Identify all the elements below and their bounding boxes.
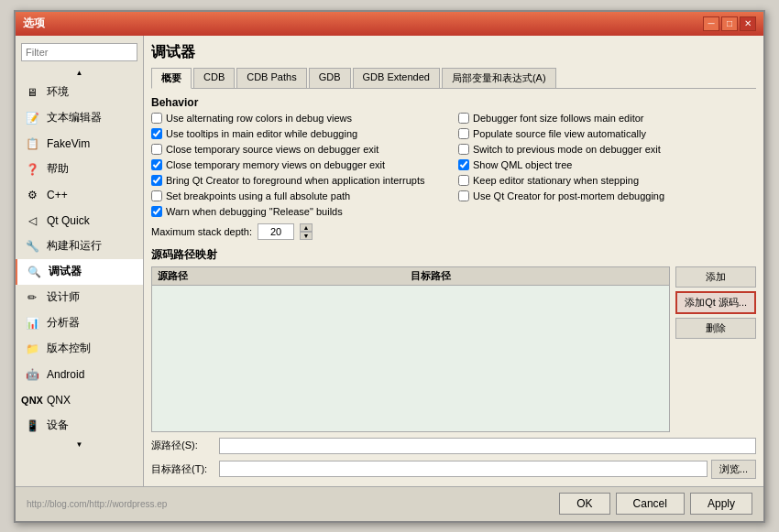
- target-path-input[interactable]: [219, 461, 708, 477]
- tab-cdb[interactable]: CDB: [193, 68, 235, 88]
- checkbox-row-close-source: Close temporary source views on debugger…: [151, 144, 449, 155]
- tab-cdb-paths[interactable]: CDB Paths: [236, 68, 306, 88]
- cpp-icon: ⚙: [23, 186, 41, 204]
- sidebar-item-fakevim[interactable]: 📋 FakeVim: [16, 131, 143, 157]
- checkbox-absolute-path[interactable]: [151, 190, 162, 201]
- sidebar-item-label: 调试器: [49, 264, 82, 279]
- options-window: 选项 ─ □ ✕ ▲ 🖥 环境 📝 文本编辑器: [14, 10, 765, 523]
- stack-depth-spinner: ▲ ▼: [300, 223, 313, 240]
- checkbox-label-close-memory: Close temporary memory views on debugger…: [166, 159, 385, 170]
- scroll-down-button[interactable]: ▼: [16, 439, 143, 451]
- qtquick-icon: ◁: [23, 212, 41, 230]
- filter-input[interactable]: [21, 43, 137, 61]
- sidebar-item-label: 构建和运行: [47, 238, 102, 254]
- checkbox-label-show-qml: Show QML object tree: [473, 159, 572, 170]
- add-button[interactable]: 添加: [675, 266, 756, 288]
- checkbox-row-keep-editor: Keep editor stationary when stepping: [458, 175, 756, 186]
- checkbox-row-close-memory: Close temporary memory views on debugger…: [151, 159, 449, 170]
- checkbox-label-close-source: Close temporary source views on debugger…: [166, 144, 379, 155]
- source-path-input[interactable]: [219, 438, 756, 454]
- sidebar-item-qtquick[interactable]: ◁ Qt Quick: [16, 208, 143, 233]
- sidebar-item-cpp[interactable]: ⚙ C++: [16, 182, 143, 208]
- sidebar-item-help[interactable]: ❓ 帮助: [16, 157, 143, 182]
- checkbox-row-row-colors: Use alternating row colors in debug view…: [151, 113, 449, 124]
- target-path-row: 目标路径(T): 浏览...: [151, 460, 756, 479]
- tab-gdb[interactable]: GDB: [309, 68, 351, 88]
- window-title: 选项: [23, 16, 45, 31]
- sidebar-item-label: QNX: [47, 394, 71, 407]
- ok-button[interactable]: OK: [559, 493, 609, 515]
- target-path-label: 目标路径(T):: [151, 462, 215, 476]
- checkbox-label-keep-editor: Keep editor stationary when stepping: [473, 175, 639, 186]
- editor-icon: 📝: [23, 109, 41, 127]
- source-map-content: 源路径 目标路径 添加 添加Qt 源码... 删除: [151, 266, 756, 432]
- checkbox-show-qml[interactable]: [458, 159, 469, 170]
- maximize-button[interactable]: □: [721, 16, 738, 31]
- sidebar-item-build[interactable]: 🔧 构建和运行: [16, 233, 143, 259]
- version-icon: 📁: [23, 340, 41, 358]
- designer-icon: ✏: [23, 288, 41, 307]
- sidebar-item-label: 设计师: [47, 289, 80, 305]
- analyzer-icon: 📊: [23, 314, 41, 332]
- checkbox-foreground[interactable]: [151, 175, 162, 186]
- table-body: [152, 286, 669, 431]
- delete-button[interactable]: 删除: [675, 318, 756, 339]
- checkbox-row-colors[interactable]: [151, 113, 162, 124]
- tab-overview[interactable]: 概要: [151, 68, 192, 89]
- spinner-up[interactable]: ▲: [300, 223, 313, 232]
- checkbox-label-row-colors: Use alternating row colors in debug view…: [166, 113, 352, 124]
- content-area: ▲ 🖥 环境 📝 文本编辑器 📋 FakeVim ❓ 帮助: [16, 36, 763, 486]
- build-icon: 🔧: [23, 237, 41, 255]
- checkbox-row-post-mortem: Use Qt Creator for post-mortem debugging: [458, 190, 756, 201]
- close-button[interactable]: ✕: [740, 16, 756, 31]
- sidebar-item-version[interactable]: 📁 版本控制: [16, 336, 143, 362]
- behavior-label: Behavior: [151, 96, 756, 109]
- checkbox-switch-mode[interactable]: [458, 144, 469, 155]
- watermark: http://blog.com/http://wordpress.ep: [27, 499, 167, 509]
- stack-depth-input[interactable]: 20: [258, 223, 294, 240]
- sidebar-item-designer[interactable]: ✏ 设计师: [16, 285, 143, 310]
- checkbox-row-populate: Populate source file view automatically: [458, 128, 756, 139]
- sidebar-item-label: Qt Quick: [47, 214, 90, 227]
- checkbox-keep-editor[interactable]: [458, 175, 469, 186]
- sidebar-list: ▲ 🖥 环境 📝 文本编辑器 📋 FakeVim ❓ 帮助: [16, 67, 143, 483]
- sidebar-item-analyzer[interactable]: 📊 分析器: [16, 310, 143, 336]
- sidebar-item-label: 版本控制: [47, 341, 91, 356]
- sidebar: ▲ 🖥 环境 📝 文本编辑器 📋 FakeVim ❓ 帮助: [16, 36, 144, 486]
- checkbox-tooltips[interactable]: [151, 128, 162, 139]
- apply-button[interactable]: Apply: [690, 493, 752, 515]
- checkbox-label-font-size: Debugger font size follows main editor: [473, 113, 643, 124]
- checkbox-close-memory[interactable]: [151, 159, 162, 170]
- filter-box: [21, 43, 137, 61]
- title-controls: ─ □ ✕: [703, 16, 756, 31]
- cancel-button[interactable]: Cancel: [616, 493, 685, 515]
- checkbox-close-source[interactable]: [151, 144, 162, 155]
- sidebar-item-device[interactable]: 📱 设备: [16, 413, 143, 439]
- checkbox-populate[interactable]: [458, 128, 469, 139]
- tab-local-vars[interactable]: 局部变量和表达式(A): [442, 68, 556, 88]
- debugger-icon: 🔍: [25, 263, 43, 281]
- tab-bar: 概要 CDB CDB Paths GDB GDB Extended 局部变量和表…: [151, 68, 756, 89]
- browse-button[interactable]: 浏览...: [711, 460, 756, 479]
- checkbox-label-post-mortem: Use Qt Creator for post-mortem debugging: [473, 190, 664, 201]
- sidebar-item-debugger[interactable]: 🔍 调试器: [16, 259, 143, 285]
- source-map-section: 源码路径映射 源路径 目标路径 添加 添加Qt 源码... 删除: [151, 247, 756, 479]
- behavior-section: Behavior Use alternating row colors in d…: [151, 96, 756, 240]
- sidebar-item-label: Android: [47, 368, 84, 381]
- table-buttons: 添加 添加Qt 源码... 删除: [675, 266, 756, 432]
- checkbox-font-size[interactable]: [458, 113, 469, 124]
- minimize-button[interactable]: ─: [703, 16, 719, 31]
- sidebar-item-editor[interactable]: 📝 文本编辑器: [16, 105, 143, 131]
- bottom-bar: http://blog.com/http://wordpress.ep OK C…: [16, 486, 763, 521]
- checkbox-row-foreground: Bring Qt Creator to foreground when appl…: [151, 175, 449, 186]
- add-qt-source-button[interactable]: 添加Qt 源码...: [675, 291, 756, 314]
- tab-gdb-extended[interactable]: GDB Extended: [353, 68, 440, 88]
- checkbox-row-switch-mode: Switch to previous mode on debugger exit: [458, 144, 756, 155]
- sidebar-item-env[interactable]: 🖥 环境: [16, 80, 143, 105]
- sidebar-item-qnx[interactable]: QNX QNX: [16, 387, 143, 413]
- sidebar-item-android[interactable]: 🤖 Android: [16, 362, 143, 387]
- checkbox-post-mortem[interactable]: [458, 190, 469, 201]
- checkbox-warn-release[interactable]: [151, 206, 162, 217]
- scroll-up-button[interactable]: ▲: [16, 67, 143, 80]
- spinner-down[interactable]: ▼: [300, 232, 313, 240]
